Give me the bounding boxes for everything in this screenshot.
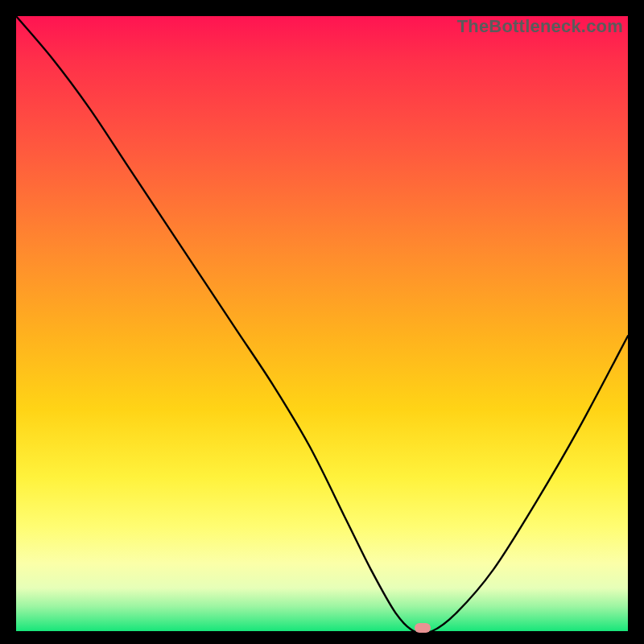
chart-frame: TheBottleneck.com: [0, 0, 644, 644]
bottleneck-curve: [16, 16, 628, 631]
chart-plot-area: TheBottleneck.com: [16, 16, 628, 631]
curve-path: [16, 16, 628, 634]
minimum-marker: [415, 623, 431, 633]
